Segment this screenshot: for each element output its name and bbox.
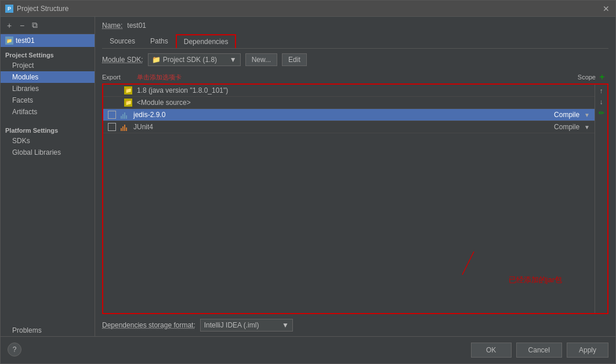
- sdk-edit-button[interactable]: Edit: [282, 53, 307, 66]
- remove-module-button[interactable]: −: [17, 20, 27, 31]
- name-row: Name:: [102, 21, 608, 30]
- sidebar-item-project[interactable]: Project: [1, 60, 95, 71]
- tab-dependencies[interactable]: Dependencies: [176, 34, 237, 48]
- junit4-library-icon: [121, 123, 129, 131]
- sdk-row: Module SDK: 📁 Project SDK (1.8) ▼ New...…: [102, 53, 608, 66]
- add-module-button[interactable]: +: [4, 20, 15, 31]
- sidebar: + − ⧉ 📁 test01 Project Settings Project …: [1, 17, 95, 336]
- storage-dropdown-arrow-icon: ▼: [282, 321, 289, 329]
- jedis-checkbox[interactable]: [108, 111, 116, 119]
- module-source-folder-icon: 📁: [124, 99, 132, 107]
- tab-sources[interactable]: Sources: [102, 34, 143, 48]
- dep-up-button[interactable]: ↑: [596, 86, 607, 96]
- dependencies-section: 📁 1.8 (java version "1.8.0_101") 📁 <Modu…: [102, 83, 608, 314]
- dep-table-header-row: Export 单击添加选项卡 Scope +: [102, 72, 608, 82]
- sidebar-item-problems[interactable]: Problems: [1, 325, 95, 336]
- sidebar-item-sdks[interactable]: SDKs: [1, 135, 95, 147]
- storage-value: IntelliJ IDEA (.iml): [204, 321, 259, 329]
- add-dependency-button[interactable]: +: [596, 72, 608, 82]
- module-item-test01[interactable]: 📁 test01: [1, 34, 95, 47]
- cancel-button[interactable]: Cancel: [516, 343, 562, 358]
- project-structure-dialog: P Project Structure ✕ + − ⧉ 📁 test01 Pro…: [0, 0, 616, 364]
- copy-module-button[interactable]: ⧉: [30, 20, 40, 31]
- jedis-scope: Compile: [539, 111, 579, 119]
- junit4-scope-dropdown[interactable]: ▼: [584, 124, 590, 130]
- sdk-icon: 📁: [152, 56, 161, 64]
- module-name: test01: [16, 37, 35, 45]
- dependencies-table: 📁 1.8 (java version "1.8.0_101") 📁 <Modu…: [102, 83, 608, 314]
- intellij-icon: P: [5, 5, 13, 13]
- dep-row-junit4[interactable]: JUnit4 Compile ▼: [103, 121, 595, 133]
- junit4-scope: Compile: [539, 123, 579, 131]
- main-content: Name: Sources Paths Dependencies Module …: [95, 17, 615, 336]
- name-label: Name:: [102, 21, 122, 30]
- dep-table-sidebar: ↑ ↓ ✏: [595, 85, 607, 313]
- project-settings-label: Project Settings: [1, 47, 95, 60]
- storage-label: Dependencies storage format:: [102, 321, 195, 329]
- dep-row-module-source[interactable]: 📁 <Module source>: [103, 97, 595, 109]
- header-annotation-text: 单击添加选项卡: [137, 73, 549, 82]
- module-source-name: <Module source>: [137, 99, 590, 107]
- jdk-folder-icon: 📁: [124, 86, 132, 94]
- dep-row-jdk[interactable]: 📁 1.8 (java version "1.8.0_101"): [103, 85, 595, 97]
- window-body: + − ⧉ 📁 test01 Project Settings Project …: [1, 17, 615, 336]
- tabs-row: Sources Paths Dependencies: [102, 34, 608, 49]
- junit4-checkbox[interactable]: [108, 123, 116, 131]
- sdk-label: Module SDK:: [102, 56, 143, 64]
- export-header-label: Export: [102, 74, 137, 81]
- scope-header-label: Scope: [549, 74, 596, 81]
- jedis-name: jedis-2.9.0: [133, 111, 534, 119]
- sidebar-item-artifacts[interactable]: Artifacts: [1, 106, 95, 118]
- sidebar-item-libraries[interactable]: Libraries: [1, 83, 95, 94]
- dep-row-jedis[interactable]: jedis-2.9.0 Compile ▼: [103, 109, 595, 121]
- sdk-dropdown[interactable]: 📁 Project SDK (1.8) ▼: [148, 53, 241, 66]
- platform-settings-label: Platform Settings: [1, 122, 95, 135]
- sdk-new-button[interactable]: New...: [245, 53, 277, 66]
- sdk-dropdown-arrow-icon: ▼: [230, 56, 237, 64]
- junit4-name: JUnit4: [133, 123, 534, 131]
- dialog-footer: ? OK Cancel Apply: [1, 336, 615, 363]
- storage-row: Dependencies storage format: IntelliJ ID…: [102, 319, 608, 332]
- dep-edit-button[interactable]: ✏: [596, 108, 607, 118]
- sidebar-item-global-libraries[interactable]: Global Libraries: [1, 147, 95, 158]
- module-folder-icon: 📁: [5, 37, 13, 45]
- jdk-name: 1.8 (java version "1.8.0_101"): [137, 86, 590, 94]
- dependencies-list: 📁 1.8 (java version "1.8.0_101") 📁 <Modu…: [103, 85, 595, 313]
- sdk-value: Project SDK (1.8): [163, 56, 217, 64]
- close-button[interactable]: ✕: [601, 4, 611, 13]
- sidebar-item-modules[interactable]: Modules: [1, 71, 95, 83]
- dep-down-button[interactable]: ↓: [596, 97, 607, 107]
- sidebar-toolbar: + − ⧉: [1, 17, 95, 34]
- jedis-scope-dropdown[interactable]: ▼: [584, 112, 590, 118]
- jedis-library-icon: [121, 111, 129, 119]
- storage-dropdown[interactable]: IntelliJ IDEA (.iml) ▼: [200, 319, 293, 332]
- dialog-title: Project Structure: [17, 5, 68, 13]
- apply-button[interactable]: Apply: [567, 343, 608, 358]
- tab-paths[interactable]: Paths: [143, 34, 176, 48]
- ok-button[interactable]: OK: [471, 343, 512, 358]
- sidebar-item-facets[interactable]: Facets: [1, 94, 95, 106]
- help-button[interactable]: ?: [8, 343, 21, 356]
- title-bar: P Project Structure ✕: [1, 1, 615, 17]
- title-bar-left: P Project Structure: [5, 5, 68, 13]
- name-input[interactable]: [127, 21, 214, 30]
